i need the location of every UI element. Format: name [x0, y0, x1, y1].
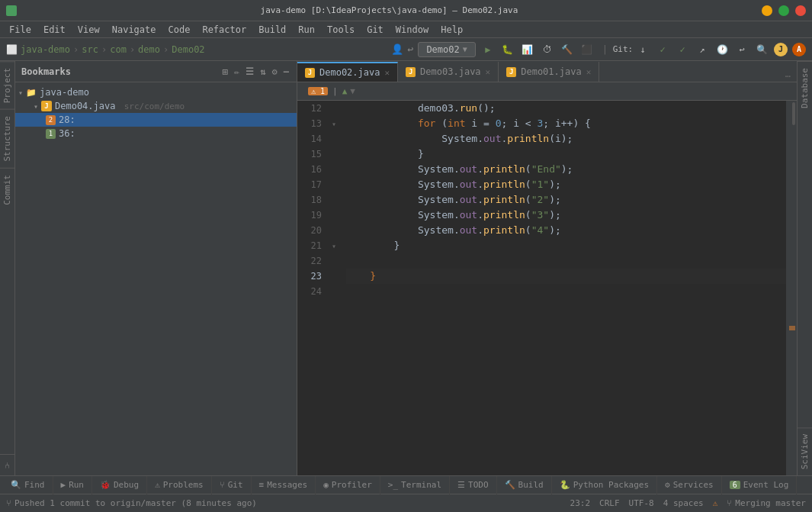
git-commit-btn[interactable]: ✓ — [655, 42, 670, 57]
bottom-tab-services[interactable]: ⚙ Services — [657, 476, 722, 494]
breadcrumb-src[interactable]: src — [82, 44, 98, 55]
git-update-btn[interactable]: ↓ — [635, 42, 650, 57]
breadcrumb-up[interactable]: ▲ — [342, 86, 348, 96]
bottom-tab-build[interactable]: 🔨 Build — [497, 476, 552, 494]
panel-list-btn[interactable]: ☰ — [244, 65, 255, 79]
maximize-button[interactable] — [778, 5, 789, 16]
menu-build[interactable]: Build — [252, 23, 292, 37]
code-line-18: System.out.println("2"); — [346, 192, 786, 208]
status-indent[interactable]: 4 spaces — [663, 498, 704, 508]
line-num-20: 20 — [297, 223, 322, 238]
panel-close-btn[interactable]: — — [282, 65, 290, 79]
nav-back-btn[interactable]: ⬜ — [6, 44, 18, 55]
scrollbar-thumb[interactable] — [792, 102, 795, 125]
bottom-tab-terminal[interactable]: >_ Terminal — [380, 476, 450, 494]
menu-edit[interactable]: Edit — [37, 23, 72, 37]
status-line-ending[interactable]: CRLF — [599, 498, 620, 508]
status-git-msg[interactable]: ⑂ Pushed 1 commit to origin/master (8 mi… — [6, 498, 257, 508]
tree-item-bm36[interactable]: 1 36: — [15, 127, 297, 140]
status-warning[interactable]: ⚠ — [713, 498, 718, 508]
vcs-history-btn[interactable]: 🕐 — [714, 42, 730, 57]
menu-window[interactable]: Window — [390, 23, 435, 37]
vtab-git2[interactable]: ⑂ — [0, 454, 15, 475]
close-button[interactable] — [795, 5, 806, 16]
vtab-commit[interactable]: Commit — [0, 168, 15, 211]
menu-run[interactable]: Run — [292, 23, 321, 37]
bottom-tab-run[interactable]: ▶ Run — [53, 476, 93, 494]
panel-settings-btn[interactable]: ⚙ — [271, 65, 279, 79]
tree-arrow-demo04[interactable]: ▾ — [34, 102, 41, 111]
breadcrumb-demo02[interactable]: Demo02 — [172, 44, 204, 55]
menu-file[interactable]: File — [3, 23, 37, 37]
build-project-btn[interactable]: 🔨 — [560, 42, 575, 57]
breadcrumb-demo[interactable]: demo — [138, 44, 160, 55]
bottom-tab-python[interactable]: 🐍 Python Packages — [552, 476, 657, 494]
tab-demo02[interactable]: J Demo02.java ✕ — [297, 62, 398, 82]
menu-navigate[interactable]: Navigate — [106, 23, 162, 37]
menu-help[interactable]: Help — [435, 23, 469, 37]
bottom-tab-todo[interactable]: ☰ TODO — [450, 476, 497, 494]
minimize-button[interactable] — [762, 5, 772, 16]
debug-button[interactable]: 🐛 — [500, 42, 515, 57]
tab-close-demo03[interactable]: ✕ — [486, 67, 491, 77]
tree-item-java-demo[interactable]: ▾ 📁 java-demo — [15, 85, 297, 99]
bottom-tab-eventlog[interactable]: 6 Event Log — [722, 476, 798, 494]
editor-tabs-settings[interactable]: ⋯ — [779, 71, 797, 82]
status-encoding[interactable]: UTF-8 — [629, 498, 654, 508]
user-avatar[interactable]: J — [774, 43, 788, 56]
code-line-20: System.out.println("4"); — [346, 223, 786, 238]
git-history-btn[interactable]: ↗ — [695, 42, 710, 57]
user-icon[interactable]: 👤 — [391, 43, 403, 55]
vtab-database[interactable]: Database — [798, 61, 812, 114]
panel-sort-btn[interactable]: ⇅ — [258, 65, 267, 79]
code-content[interactable]: demo03.run(); for (int i = 0; i < 3; i++… — [340, 101, 786, 475]
status-pushed-msg: Pushed 1 commit to origin/master (8 minu… — [14, 498, 257, 508]
run-config-selector[interactable]: Demo02 ▼ — [418, 42, 475, 57]
code-editor[interactable]: 12 13 14 15 16 17 18 19 20 21 22 23 24 — [297, 101, 797, 475]
status-branch[interactable]: ⑂ Merging master — [727, 498, 806, 508]
bottom-tab-problems[interactable]: ⚠ Problems — [147, 476, 212, 494]
bottom-tab-messages[interactable]: ≡ Messages — [252, 476, 316, 494]
fold-21[interactable]: ▾ — [328, 238, 340, 253]
vtab-project[interactable]: Project — [0, 61, 15, 109]
tab-close-demo02[interactable]: ✕ — [384, 68, 390, 78]
breadcrumb-com[interactable]: com — [110, 44, 127, 55]
bottom-tab-profiler[interactable]: ◉ Profiler — [316, 476, 380, 494]
code-line-24 — [346, 284, 786, 299]
bottom-tab-debug[interactable]: 🐞 Debug — [92, 476, 147, 494]
coverage-button[interactable]: 📊 — [520, 42, 535, 57]
menu-view[interactable]: View — [72, 23, 106, 37]
fold-13[interactable]: ▾ — [328, 116, 340, 131]
status-position[interactable]: 23:2 — [570, 498, 591, 508]
profile-button[interactable]: ⏱ — [540, 42, 555, 57]
bottom-tab-find[interactable]: 🔍 Find — [3, 476, 53, 494]
panel-group-btn[interactable]: ⊞ — [221, 65, 229, 79]
tree-arrow-java-demo[interactable]: ▾ — [18, 89, 26, 97]
tree-item-demo04[interactable]: ▾ J Demo04.java src/com/demo — [15, 99, 297, 113]
tab-demo01[interactable]: J Demo01.java ✕ — [499, 62, 599, 82]
menu-refactor[interactable]: Refactor — [196, 23, 252, 37]
branch-icon: ⑂ — [727, 498, 732, 508]
breadcrumb-java-demo[interactable]: java-demo — [21, 44, 70, 55]
run-button[interactable]: ▶ — [480, 42, 496, 57]
vtab-structure[interactable]: Structure — [0, 109, 15, 168]
git-push-btn[interactable]: ✓ — [675, 42, 690, 57]
tab-demo03[interactable]: J Demo03.java ✕ — [398, 62, 499, 82]
stop-button[interactable]: ⬛ — [579, 42, 595, 57]
vcs-icon[interactable]: ↩ — [408, 43, 414, 55]
menu-code[interactable]: Code — [162, 23, 197, 37]
menu-tools[interactable]: Tools — [321, 23, 361, 37]
editor-scrollbar[interactable] — [786, 101, 797, 475]
tab-close-demo01[interactable]: ✕ — [586, 67, 592, 77]
line-num-13: 13 — [297, 116, 322, 131]
tree-item-bm28[interactable]: 2 28: — [15, 113, 297, 127]
user-avatar-2[interactable]: A — [792, 43, 806, 56]
bottom-tab-git[interactable]: ⑂ Git — [212, 476, 252, 494]
line-num-21: 21 — [297, 238, 322, 253]
vtab-sciview[interactable]: SciView — [798, 427, 812, 475]
git-tab-icon: ⑂ — [220, 480, 225, 490]
search-btn[interactable]: 🔍 — [754, 42, 769, 57]
panel-edit-btn[interactable]: ✏ — [233, 65, 241, 79]
menu-git[interactable]: Git — [361, 23, 390, 37]
undo-btn[interactable]: ↩ — [734, 42, 749, 57]
